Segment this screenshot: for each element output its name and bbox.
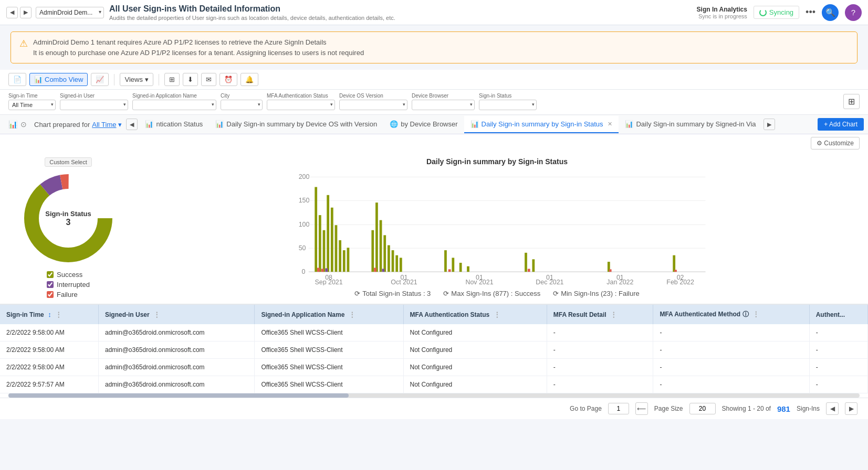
tenant-select[interactable]: AdminDroid Dem...	[36, 7, 104, 18]
tab-device-browser[interactable]: 🌐 by Device Browser	[383, 116, 464, 133]
col-menu-icon[interactable]: ⋮	[55, 311, 62, 318]
tab-prev-button[interactable]: ◀	[126, 119, 138, 130]
svg-text:Nov 2021: Nov 2021	[465, 279, 493, 285]
mfa-status-select[interactable]	[267, 100, 335, 110]
nav-back-button[interactable]: ◀	[6, 7, 18, 18]
tab-next-button[interactable]: ▶	[764, 119, 775, 130]
schedule-button[interactable]: ⏰	[219, 73, 237, 86]
alert-button[interactable]: 🔔	[240, 73, 258, 86]
col-app-menu-icon[interactable]: ⋮	[349, 311, 355, 318]
tab-sign-in-status[interactable]: 📊 Daily Sign-in summary by Sign-in Statu…	[464, 116, 619, 133]
svg-rect-34	[347, 248, 350, 272]
tab-sign-status-label: Daily Sign-in summary by Sign-in Status	[482, 120, 603, 128]
views-label: Views	[124, 76, 142, 83]
sign-in-time-select[interactable]: All Time	[8, 100, 56, 110]
col-method-menu-icon[interactable]: ⋮	[752, 310, 759, 318]
chart-stats: ⟳ Total Sign-in Status : 3 ⟳ Max Sign-In…	[137, 290, 857, 297]
combo-view-button[interactable]: 📊 Combo View	[29, 73, 88, 86]
app-name-select[interactable]	[132, 100, 216, 110]
tab-signed-in-via[interactable]: 📊 Daily Sign-in summary by Signed-in Via	[619, 116, 762, 133]
svg-rect-41	[383, 235, 386, 272]
col-result-menu-icon[interactable]: ⋮	[610, 311, 617, 318]
chart-prepared-time[interactable]: All Time	[92, 121, 116, 129]
donut-center-count: 3	[45, 218, 91, 227]
nav-forward-button[interactable]: ▶	[20, 7, 32, 18]
sync-label: Syncing	[769, 8, 793, 16]
svg-text:Feb 2022: Feb 2022	[666, 279, 694, 285]
views-button[interactable]: Views ▾	[120, 73, 153, 86]
scrollbar-thumb[interactable]	[8, 393, 349, 398]
tab-auth-status[interactable]: 📊 ntication Status	[139, 116, 209, 133]
col-user-menu-icon[interactable]: ⋮	[153, 311, 160, 318]
signed-in-user-select[interactable]	[60, 100, 128, 110]
email-button[interactable]: ✉	[201, 73, 216, 86]
svg-rect-27	[319, 215, 321, 272]
more-options-button[interactable]: •••	[806, 7, 815, 18]
prev-page-button[interactable]: ⟵	[635, 402, 648, 415]
search-button[interactable]: 🔍	[822, 4, 839, 21]
custom-select-label[interactable]: Custom Select	[45, 157, 92, 167]
svg-text:Dec 2021: Dec 2021	[536, 279, 563, 285]
email-icon: ✉	[206, 76, 212, 83]
chart-tabs-bar: 📊 ⊙ Chart prepared for All Time ▾ ◀ 📊 nt…	[0, 115, 868, 134]
sign-in-time-label: Sign-in Time	[8, 93, 56, 99]
tab-device-os[interactable]: 📊 Daily Sign-in summary by Device OS wit…	[209, 116, 383, 133]
svg-text:0: 0	[301, 268, 305, 275]
page-size-input[interactable]	[689, 403, 716, 414]
add-chart-button[interactable]: + Add Chart	[818, 118, 864, 131]
sign-in-status-select[interactable]	[479, 100, 537, 110]
chart-prepared-area: 📊 ⊙	[4, 116, 31, 133]
total-status-label: Total Sign-in Status : 3	[362, 290, 431, 297]
prev-page-btn-2[interactable]: ◀	[826, 402, 839, 415]
tab-via-icon: 📊	[625, 120, 633, 128]
donut-center-title: Sign-in Status	[45, 210, 91, 218]
svg-rect-42	[388, 245, 390, 272]
alert-line2: It is enough to purchase one Azure AD P1…	[33, 48, 364, 58]
chart-only-button[interactable]: 📈	[91, 73, 109, 86]
next-page-btn[interactable]: ▶	[845, 402, 857, 415]
app-name-label: Signed-in Application Name	[132, 93, 216, 99]
tab-sign-status-close[interactable]: ✕	[608, 121, 612, 127]
cell-mfa_method-1: -	[653, 341, 809, 359]
cell-auth_col-1: -	[809, 341, 867, 359]
horizontal-scrollbar[interactable]	[8, 393, 860, 398]
svg-text:Sep 2021: Sep 2021	[315, 279, 342, 285]
schedule-icon: ⏰	[224, 76, 233, 83]
chart-action-buttons: + Add Chart	[818, 115, 864, 134]
max-sign-ins-stat: ⟳ Max Sign-Ins (877) : Success	[443, 290, 540, 297]
svg-rect-59	[674, 270, 677, 272]
col-mfa-menu-icon[interactable]: ⋮	[494, 311, 500, 318]
sign-in-analytics-info: Sign In Analytics Sync is in progress	[697, 6, 747, 19]
cell-sign_in_time-3: 2/2/2022 9:57:57 AM	[0, 376, 98, 393]
device-os-select[interactable]	[339, 100, 407, 110]
cell-mfa_method-0: -	[653, 324, 809, 341]
report-button[interactable]: 📄	[8, 73, 26, 86]
device-browser-select[interactable]	[412, 100, 475, 110]
cell-auth_col-3: -	[809, 376, 867, 393]
svg-rect-49	[452, 258, 454, 272]
column-selector-button[interactable]: ⊞	[843, 94, 860, 109]
city-select[interactable]	[221, 100, 263, 110]
export-button[interactable]: ⬇	[183, 73, 198, 86]
legend-interrupted-checkbox[interactable]	[47, 281, 54, 288]
tab-via-label: Daily Sign-in summary by Signed-in Via	[636, 120, 756, 128]
chevron-down-icon[interactable]: ▾	[118, 121, 122, 129]
tenant-wrapper: AdminDroid Dem...	[36, 7, 104, 18]
page-number-input[interactable]	[608, 403, 629, 414]
legend-failure-checkbox[interactable]	[47, 291, 54, 298]
svg-rect-37	[325, 268, 328, 272]
svg-rect-57	[609, 269, 612, 272]
sort-icon[interactable]: ↕	[48, 311, 51, 318]
table-scroll-area[interactable]: Sign-in Time ↕ ⋮ Signed-in User ⋮ Signed…	[0, 305, 868, 393]
filter-button[interactable]: ⊞	[164, 73, 180, 86]
max-sign-ins-icon: ⟳	[443, 290, 449, 297]
alert-banner: ⚠ AdminDroid Demo 1 tenant requires Azur…	[11, 31, 857, 63]
customize-row: ⚙ Customize	[0, 134, 868, 152]
device-browser-label: Device Browser	[412, 93, 475, 99]
sync-button[interactable]: Syncing	[754, 6, 799, 19]
app-name-filter: Signed-in Application Name	[132, 93, 216, 110]
customize-button[interactable]: ⚙ Customize	[811, 137, 860, 149]
legend-success-checkbox[interactable]	[47, 271, 54, 278]
user-button[interactable]: ?	[845, 4, 862, 21]
tab-device-os-icon: 📊	[215, 120, 224, 128]
